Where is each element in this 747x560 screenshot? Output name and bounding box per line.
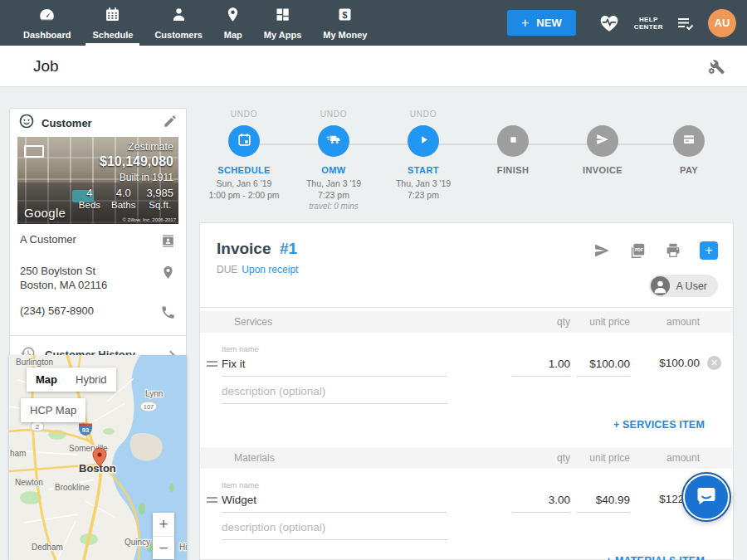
pdf-icon[interactable]: PDF [628, 241, 647, 260]
map-button-hcp[interactable]: HCP Map [21, 398, 85, 422]
title-bar: Job [0, 46, 747, 87]
google-logo: Google [24, 206, 66, 220]
map-label-burlington: Burlington [16, 358, 53, 367]
material-qty-input[interactable] [512, 492, 570, 513]
print-icon[interactable] [664, 241, 682, 260]
map-label-lynn: Lynn [145, 389, 163, 398]
map-button-hybrid[interactable]: Hybrid [66, 368, 116, 392]
service-description-input[interactable] [222, 383, 448, 404]
route-badge-2: 2 [31, 421, 44, 431]
workflow-step-finish: FINISH [468, 110, 558, 175]
add-services-item-link[interactable]: + SERVICES ITEM [200, 404, 733, 447]
svg-text:PDF: PDF [635, 247, 643, 252]
due-terms-link[interactable]: Upon receipt [242, 264, 298, 275]
qty-column-header: qty [512, 452, 570, 464]
nav-item-customers[interactable]: Customers [144, 0, 212, 46]
add-materials-item-link[interactable]: + MATERIALS ITEM [200, 540, 733, 560]
material-item-name-input[interactable] [222, 492, 447, 513]
stop-icon [506, 133, 520, 150]
street-view-icon[interactable] [24, 145, 44, 158]
amount-column-header: amount [630, 452, 700, 464]
map-zoom-controls: + − [153, 513, 174, 559]
schedule-step-button[interactable] [228, 125, 260, 157]
remove-item-button[interactable]: ✕ [707, 356, 721, 370]
map-label-dedham: Dedham [32, 543, 63, 552]
invoice-header: Invoice #1 DUEUpon receipt PDF + A User [200, 223, 733, 308]
property-photo[interactable]: Zestimate $10,149,080 Built in 1911 4Bed… [17, 137, 178, 224]
property-stats: 4Beds 4.0Baths 3,985Sq.ft. [79, 187, 173, 210]
workflow-step-invoice: INVOICE [558, 110, 647, 175]
checklist-icon[interactable] [676, 13, 696, 33]
nav-right-controls: + NEW HELP CENTER AU [507, 9, 747, 37]
nav-item-my-apps[interactable]: My Apps [253, 0, 312, 46]
new-button[interactable]: + NEW [507, 10, 576, 36]
invoice-number[interactable]: #1 [280, 240, 297, 257]
step-label: START [378, 165, 468, 175]
materials-section-label: Materials [200, 452, 512, 464]
svg-text:93: 93 [82, 426, 89, 434]
customer-card-title: Customer [42, 117, 163, 129]
map-type-buttons: Map Hybrid [27, 368, 116, 392]
chat-bubble-icon [695, 484, 718, 510]
photo-copyright: © Zillow, Inc. 2006-2017 [123, 217, 176, 222]
workflow-step-omw: UNDO OMW Thu, Jan 3 '197:23 pm travel: 0… [289, 110, 378, 212]
service-qty-input[interactable] [512, 356, 570, 377]
step-date: Thu, Jan 3 '197:23 pm [289, 178, 378, 201]
qty-column-header: qty [512, 316, 570, 328]
nav-item-schedule[interactable]: Schedule [81, 0, 144, 46]
drag-handle[interactable] [207, 497, 222, 503]
workflow-step-start: UNDO START Thu, Jan 3 '197:23 pm [378, 110, 468, 201]
job-settings-icon[interactable] [706, 56, 726, 80]
travel-time: travel: 0 mins [289, 201, 378, 212]
customer-face-icon [18, 113, 35, 133]
app-screen: Dashboard Schedule Customers Map My Apps… [0, 0, 747, 560]
baths-label: Baths [111, 200, 135, 210]
map-button-map[interactable]: Map [27, 368, 66, 392]
assigned-user-chip[interactable]: A User [649, 275, 718, 297]
svg-text:2: 2 [36, 423, 40, 431]
user-bust-icon [651, 276, 670, 295]
undo-omw-button[interactable]: UNDO [289, 110, 378, 120]
step-label: INVOICE [558, 165, 647, 175]
nav-label: Map [224, 30, 242, 40]
edit-pencil-icon[interactable] [163, 114, 178, 132]
send-invoice-icon[interactable] [593, 241, 611, 260]
map-widget[interactable]: 2 107 93 Burlington Lynn Somerville Bost… [9, 355, 187, 560]
chat-launcher-button[interactable] [683, 474, 730, 520]
help-center-line1: HELP [634, 16, 663, 23]
step-date: Sun, Jan 6 '191:00 pm - 2:00 pm [199, 178, 289, 201]
material-description-input[interactable] [222, 519, 448, 540]
svg-text:107: 107 [144, 403, 154, 411]
start-step-button[interactable] [408, 125, 439, 157]
drag-handle[interactable] [207, 361, 222, 367]
pay-step-button[interactable] [673, 125, 705, 157]
nav-item-dashboard[interactable]: Dashboard [12, 0, 81, 46]
calendar-icon [104, 6, 121, 27]
help-center-link[interactable]: HELP CENTER [634, 16, 663, 31]
zoom-in-button[interactable]: + [153, 513, 174, 536]
service-unit-price-input[interactable] [577, 356, 630, 377]
unit-price-column-header: unit price [570, 452, 630, 464]
add-invoice-button[interactable]: + [700, 241, 718, 260]
material-unit-price-input[interactable] [577, 492, 630, 513]
invoice-step-button[interactable] [587, 125, 618, 157]
customer-card: Customer Zestimate $10,149,080 Built in … [9, 108, 187, 374]
service-item-name-input[interactable] [222, 356, 447, 377]
beds-value: 4 [79, 187, 100, 199]
step-date: Thu, Jan 3 '197:23 pm [378, 178, 468, 201]
omw-step-button[interactable] [318, 125, 349, 157]
finish-step-button[interactable] [497, 125, 529, 157]
zoom-out-button[interactable]: − [153, 536, 174, 559]
nav-item-my-money[interactable]: $ My Money [312, 0, 378, 46]
undo-spacer [468, 110, 558, 120]
undo-start-button[interactable]: UNDO [378, 110, 468, 120]
heart-pulse-icon[interactable] [598, 12, 620, 34]
location-pin-icon[interactable] [160, 264, 176, 284]
unit-price-column-header: unit price [570, 316, 630, 328]
phone-icon[interactable] [160, 304, 176, 324]
undo-schedule-button[interactable]: UNDO [199, 110, 289, 120]
services-section-header: Services qty unit price amount [200, 311, 733, 333]
contact-card-icon[interactable] [160, 232, 176, 252]
user-avatar[interactable]: AU [708, 9, 736, 37]
nav-item-map[interactable]: Map [213, 0, 253, 46]
